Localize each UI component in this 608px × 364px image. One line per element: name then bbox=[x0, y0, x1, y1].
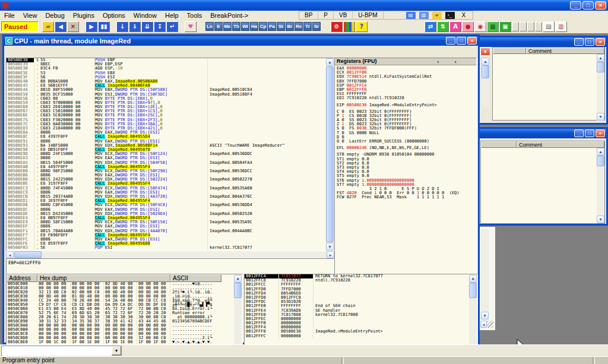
register-line[interactable]: EIP 00508E38 ImageRed.<ModuleEntryPoint> bbox=[335, 103, 476, 107]
disasm-row[interactable]: 00508EB0.8B0D 98F25000MOV ECX,DWORD PTR … bbox=[7, 169, 334, 173]
stack-pane[interactable]: 0012FFC47C817077RETURN to kernel32.7C817… bbox=[244, 274, 478, 344]
register-line[interactable]: FCW 027F Prec NEAR,53 Mask 1 1 1 1 1 1 bbox=[335, 195, 476, 200]
stack-row[interactable]: 0012FFF000000000 bbox=[245, 321, 477, 325]
assemble-a-icon[interactable]: A bbox=[449, 21, 461, 32]
scrollbar[interactable]: ▲ bbox=[482, 58, 489, 107]
close-program-icon[interactable]: × bbox=[67, 21, 79, 32]
checklist-icon[interactable]: ▥ bbox=[555, 21, 567, 32]
minimize-button[interactable]: _ bbox=[574, 129, 584, 137]
log-list-icon[interactable]: ▤ bbox=[543, 21, 555, 32]
disassembly-hscrollbar[interactable]: ◂ ▸ bbox=[6, 251, 334, 258]
toolbar-pane-button-cp[interactable]: Cp bbox=[259, 22, 267, 31]
folder-icon[interactable]: ▰ bbox=[432, 12, 442, 19]
disasm-row[interactable]: 00508E3B.83C4 F0ADD ESP,-10 bbox=[7, 67, 334, 71]
column-header[interactable] bbox=[493, 48, 526, 54]
scroll-left-icon[interactable]: ◂ bbox=[6, 251, 14, 258]
plugin-button-p[interactable]: P bbox=[318, 11, 334, 19]
scroll-up-icon[interactable]: ▲ bbox=[234, 275, 242, 283]
stack-row[interactable]: 0012FFE0FFFFFFFFEnd of SEH chain bbox=[245, 304, 477, 308]
info-pane[interactable]: EBP=0012FFF0 bbox=[6, 258, 334, 274]
animate-over-icon[interactable]: ↧ bbox=[154, 21, 166, 32]
open-file-icon[interactable]: ▰ bbox=[42, 21, 54, 32]
scroll-up-icon[interactable]: ▲ bbox=[597, 148, 604, 156]
toolbar-pane-button-sr[interactable]: Sr bbox=[312, 22, 321, 31]
plugin-button-vb[interactable]: VB bbox=[334, 11, 353, 19]
toolbar-pane-button-e[interactable]: E bbox=[214, 22, 223, 31]
scroll-up-icon[interactable]: ▲ bbox=[469, 275, 477, 283]
stack-row[interactable]: 0012FFCCFFFFFFFF bbox=[245, 283, 477, 287]
stack-row[interactable]: 0012FFEC00000000 bbox=[245, 317, 477, 321]
toolbar-blank-button[interactable] bbox=[512, 22, 519, 31]
disasm-row[interactable]: 00508EF7.E8 F896F8FFCALL ImageRed.004955… bbox=[7, 233, 334, 238]
toolbar-blank-button[interactable] bbox=[520, 22, 527, 31]
toolbar-pane-button-re[interactable]: Re bbox=[294, 22, 303, 31]
step-into-icon[interactable]: ↓ bbox=[116, 21, 128, 32]
comments-list-pane[interactable]: Comment ▲ ▼ bbox=[480, 141, 605, 224]
menu-item-plugins[interactable]: Plugins bbox=[69, 11, 99, 20]
comments-window-titlebar[interactable]: _ □ × bbox=[479, 129, 606, 138]
menu-item-window[interactable]: Window bbox=[129, 11, 161, 20]
toolbar-pane-button-th[interactable]: Th bbox=[232, 22, 240, 31]
scroll-thumb[interactable] bbox=[482, 65, 489, 78]
comment-column-header[interactable]: Comment bbox=[517, 141, 604, 148]
close-icon[interactable]: × bbox=[596, 38, 605, 46]
toolbar-blank-button[interactable] bbox=[527, 22, 534, 31]
disasm-row[interactable]: 00508EE9.8B0D 58F15000MOV ECX,DWORD PTR … bbox=[7, 220, 334, 224]
cpu-window[interactable]: C CPU - main thread, module ImageRed _ □… bbox=[2, 34, 480, 344]
updown-arrows-icon[interactable]: ⇅ bbox=[437, 21, 449, 32]
script-icon[interactable]: ▥ bbox=[419, 12, 429, 19]
scroll-up-icon[interactable]: ▲ bbox=[597, 54, 604, 62]
stack-row[interactable]: 0012FFE47C839AD8SE handler bbox=[245, 309, 477, 313]
plugin-button-bp[interactable]: BP bbox=[299, 11, 318, 19]
toolbar-pane-button-wi[interactable]: Wi bbox=[241, 22, 249, 31]
scroll-thumb[interactable] bbox=[469, 283, 477, 298]
restart-icon[interactable]: ◀ bbox=[55, 21, 66, 32]
scroll-up-icon[interactable]: ▲ bbox=[326, 58, 334, 66]
toolbar-pane-button-ln[interactable]: Ln bbox=[205, 22, 214, 31]
stack-row[interactable]: 0012FFC47C817077RETURN to kernel32.7C817… bbox=[245, 274, 477, 278]
register-line[interactable]: EDI 7C910228 ntdll.7C910228 bbox=[335, 96, 476, 100]
registers-header[interactable]: Registers (FPU) ‹‹ bbox=[335, 58, 476, 65]
command-input[interactable] bbox=[2, 347, 112, 356]
register-line[interactable]: O 0 LastErr ERROR_SUCCESS (00000000) bbox=[335, 140, 476, 144]
menu-item-tools[interactable]: Tools bbox=[183, 11, 207, 20]
register-line[interactable]: T 0 GS 0000 NULL bbox=[335, 131, 476, 135]
dump-scrollbar[interactable]: ▲ bbox=[234, 275, 242, 344]
stack-row[interactable]: 0012FFD48054B6ED bbox=[245, 292, 477, 296]
comment-column-header[interactable]: Comment bbox=[526, 48, 604, 54]
toolbar-pane-button-me[interactable]: Me bbox=[223, 22, 232, 31]
main-titlebar[interactable]: _ □ × bbox=[0, 0, 608, 11]
comments-window[interactable]: _ □ × Comment ▲ ▼ bbox=[477, 127, 608, 226]
scrollbar[interactable]: ▲ ▼ bbox=[597, 54, 604, 121]
console-icon[interactable]: ›_ bbox=[445, 12, 455, 19]
toolbar-pane-button-pa[interactable]: Pa bbox=[268, 22, 276, 31]
window-grid-icon[interactable]: ▣ bbox=[499, 21, 511, 32]
names-window-titlebar[interactable]: _ □ × bbox=[479, 37, 606, 47]
scroll-left-icon[interactable]: ◂ bbox=[480, 321, 487, 328]
options-gear-icon[interactable]: ⚙ bbox=[331, 21, 343, 32]
close-icon[interactable]: × bbox=[480, 48, 490, 56]
column-header[interactable] bbox=[481, 141, 517, 148]
minimize-button[interactable]: _ bbox=[446, 37, 455, 45]
maximize-button[interactable]: □ bbox=[457, 37, 466, 45]
stack-row[interactable]: 0012FFDC853D1020 bbox=[245, 300, 477, 304]
help-icon[interactable]: ? bbox=[356, 21, 368, 32]
pause-icon[interactable]: ▮▮ bbox=[98, 21, 110, 32]
stack-row[interactable]: 0012FFE87C817080kernel32.7C817080 bbox=[245, 313, 477, 317]
go-to-address-icon[interactable]: ♥ bbox=[185, 21, 197, 32]
stack-row[interactable]: 0012FFF800508E38ImageRed.<ModuleEntryPoi… bbox=[245, 330, 477, 334]
plugin-button-u-bpm[interactable]: U-BPM bbox=[353, 11, 383, 19]
spiral-icon[interactable]: ◉ bbox=[474, 21, 486, 32]
minimize-button[interactable]: _ bbox=[574, 38, 584, 46]
disasm-row[interactable]: 00508E8C.E8 4397F8FFCALL ImageRed.004955… bbox=[7, 135, 334, 139]
stack-row[interactable]: 0012FFD07FFD7000 bbox=[245, 287, 477, 292]
scroll-thumb[interactable] bbox=[597, 62, 604, 72]
toolbar-pane-button-ha[interactable]: Ha bbox=[250, 22, 258, 31]
resize-grip[interactable]: ◂ bbox=[480, 321, 493, 328]
stack-scrollbar[interactable]: ▲ bbox=[469, 275, 477, 344]
appearance-icon[interactable] bbox=[343, 21, 355, 32]
menu-item-view[interactable]: View bbox=[19, 11, 42, 20]
run-icon[interactable]: ▶ bbox=[86, 21, 97, 32]
toolbar-pane-button-tr[interactable]: Tr bbox=[303, 22, 312, 31]
scroll-down-icon[interactable]: ▼ bbox=[597, 113, 604, 121]
